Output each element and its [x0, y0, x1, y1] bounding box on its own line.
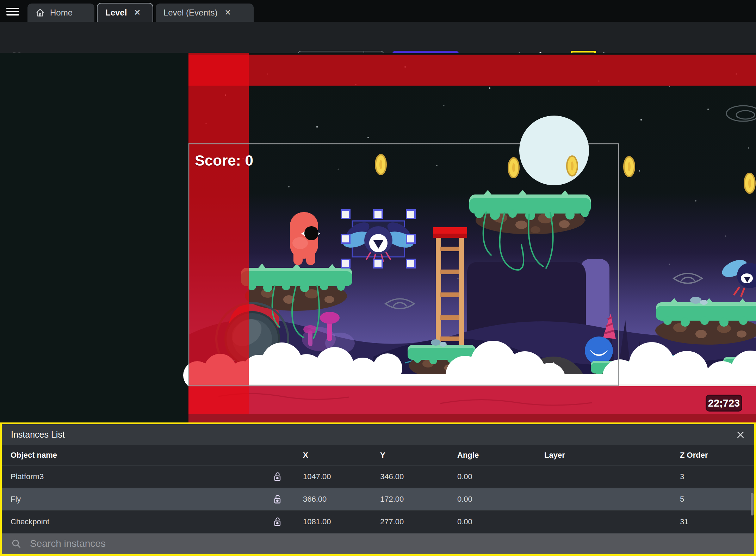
close-icon[interactable]	[736, 430, 745, 439]
cell-z-order[interactable]: 31	[671, 517, 754, 526]
home-icon	[35, 8, 45, 18]
table-row[interactable]: Fly 366.00 172.00 0.00 5	[2, 488, 754, 511]
cell-angle[interactable]: 0.00	[448, 472, 535, 481]
menu-icon[interactable]	[6, 6, 20, 17]
score-text-instance[interactable]: Score: 0	[195, 152, 253, 169]
instances-table-header: Object name X Y Angle Layer Z Order	[2, 445, 754, 466]
close-icon[interactable]: ✕	[132, 8, 140, 17]
tab-home[interactable]: Home	[27, 4, 94, 22]
close-icon[interactable]: ✕	[222, 8, 231, 17]
unlock-icon	[273, 494, 283, 504]
cell-z-order[interactable]: 3	[671, 472, 754, 481]
col-y: Y	[371, 451, 448, 460]
col-angle: Angle	[448, 451, 535, 460]
col-x: X	[294, 451, 371, 460]
lock-toggle[interactable]	[261, 494, 294, 504]
search-bar	[2, 533, 754, 554]
cell-y[interactable]: 277.00	[371, 517, 448, 526]
search-icon	[11, 538, 21, 549]
cell-x[interactable]: 1081.00	[294, 517, 371, 526]
lock-toggle[interactable]	[261, 472, 294, 482]
search-input[interactable]	[29, 538, 559, 550]
toolbar: Preview Publish	[0, 22, 756, 53]
top-red-zone	[188, 55, 756, 86]
unlock-icon	[273, 472, 283, 482]
cell-y[interactable]: 346.00	[371, 472, 448, 481]
table-row[interactable]: Checkpoint 1081.00 277.00 0.00 31	[2, 511, 754, 533]
tab-level[interactable]: Level ✕	[97, 3, 153, 22]
game-scene[interactable]	[0, 53, 756, 424]
cell-object-name: Fly	[2, 495, 261, 504]
cell-z-order[interactable]: 5	[671, 495, 754, 504]
cell-object-name: Checkpoint	[2, 517, 261, 526]
instances-list-panel: Instances List Object name X Y Angle Lay…	[0, 422, 756, 556]
platform-instance[interactable]	[655, 297, 756, 345]
gdevelop-editor: Home Level ✕ Level (Events) ✕	[0, 0, 756, 556]
col-z-order: Z Order	[671, 451, 754, 460]
tab-label: Level (Events)	[163, 8, 217, 18]
tab-bar: Home Level ✕ Level (Events) ✕	[0, 0, 756, 22]
cell-object-name: Platform3	[2, 472, 261, 481]
lock-toggle[interactable]	[261, 517, 294, 527]
tab-label: Level	[105, 8, 127, 18]
table-row[interactable]: Platform3 1047.00 346.00 0.00 3	[2, 466, 754, 488]
moon	[519, 116, 589, 185]
scrollbar-thumb[interactable]	[751, 493, 754, 515]
col-layer: Layer	[535, 451, 671, 460]
cell-angle[interactable]: 0.00	[448, 495, 535, 504]
instances-panel-header: Instances List	[2, 424, 754, 445]
col-object-name: Object name	[2, 451, 261, 460]
cell-x[interactable]: 366.00	[294, 495, 371, 504]
tab-level-events[interactable]: Level (Events) ✕	[156, 4, 254, 22]
cell-x[interactable]: 1047.00	[294, 472, 371, 481]
tab-label: Home	[50, 8, 73, 18]
panel-title: Instances List	[11, 430, 65, 440]
cell-angle[interactable]: 0.00	[448, 517, 535, 526]
selected-fly-instance[interactable]	[341, 219, 416, 261]
red-overlay-stripe	[188, 53, 249, 414]
cell-y[interactable]: 172.00	[371, 495, 448, 504]
scene-editor-canvas[interactable]: Score: 0 22;723	[0, 53, 756, 424]
unlock-icon	[273, 517, 283, 527]
cursor-coordinates-badge: 22;723	[706, 395, 742, 412]
